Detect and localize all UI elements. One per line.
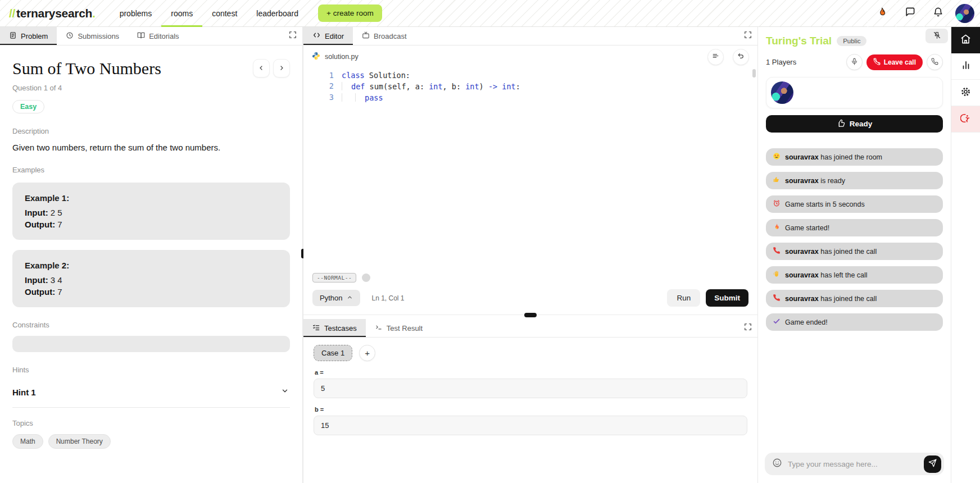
tab-editor[interactable]: Editor xyxy=(303,27,353,45)
chevron-left-icon xyxy=(258,63,265,74)
room-header: Turing's Trial Public 1 Players Leave ca… xyxy=(758,27,951,70)
leave-call-button[interactable]: Leave call xyxy=(866,54,923,70)
editor-scrollbar[interactable] xyxy=(752,69,756,78)
editor-panel-tabs: Editor Broadcast xyxy=(303,27,757,45)
vim-mode-badge: --NORMAL-- xyxy=(312,273,356,282)
leave-room-icon xyxy=(960,113,971,126)
python-icon xyxy=(312,52,320,62)
tab-submissions[interactable]: Submissions xyxy=(57,27,128,45)
hints-label: Hints xyxy=(12,366,290,374)
undo-button[interactable] xyxy=(733,49,749,65)
code-editor[interactable]: solution.py 1 class Solution: 2 def sum(… xyxy=(303,45,757,315)
tab-test-result[interactable]: Test Result xyxy=(366,319,432,337)
topic-pill-number-theory[interactable]: Number Theory xyxy=(48,434,111,449)
file-text-icon xyxy=(9,31,17,41)
room-event-log: souravrax has joined the room souravrax … xyxy=(766,148,943,331)
phone-emoji-icon xyxy=(773,247,781,256)
fullscreen-icon xyxy=(744,323,752,333)
unpin-panel-button[interactable] xyxy=(925,29,948,43)
file-name[interactable]: solution.py xyxy=(325,53,359,61)
tv-icon xyxy=(362,31,370,41)
tab-broadcast[interactable]: Broadcast xyxy=(353,27,416,45)
rail-home-button[interactable] xyxy=(951,27,980,53)
testcase-content: Case 1 + a = b = xyxy=(303,338,757,443)
description-text: Given two numbers, return the sum of the… xyxy=(12,143,290,152)
run-button[interactable]: Run xyxy=(667,289,700,307)
editor-fullscreen-button[interactable] xyxy=(738,27,757,45)
streak-flame-button[interactable] xyxy=(868,0,896,27)
language-selector[interactable]: Python xyxy=(312,290,360,306)
alarm-clock-emoji-icon xyxy=(773,199,781,209)
logo-text: ternarysearch xyxy=(16,7,92,20)
emoji-smiley-icon[interactable] xyxy=(772,458,782,470)
examples-label: Examples xyxy=(12,166,290,174)
hint-accordion[interactable]: Hint 1 xyxy=(12,384,290,408)
notifications-button[interactable] xyxy=(924,0,952,27)
field-label-a: a = xyxy=(315,369,746,376)
testcase-input-b[interactable] xyxy=(314,416,747,435)
checklist-icon xyxy=(312,323,320,333)
prev-question-button[interactable] xyxy=(253,59,270,78)
chat-message-input[interactable] xyxy=(788,460,924,468)
history-clock-icon xyxy=(66,31,74,41)
ready-button[interactable]: Ready xyxy=(766,115,943,133)
rail-stats-button[interactable] xyxy=(951,53,980,80)
right-icon-rail xyxy=(951,27,980,483)
chevron-down-icon xyxy=(281,387,289,397)
call-button[interactable] xyxy=(927,54,943,70)
waving-hand-emoji-icon xyxy=(773,270,781,280)
nav-link-contest[interactable]: contest xyxy=(202,0,247,27)
top-navbar: //ternarysearch. problems rooms contest … xyxy=(0,0,980,27)
tab-editorials[interactable]: Editorials xyxy=(128,27,188,45)
players-count: 1 Players xyxy=(766,58,796,66)
testcase-tabs: Testcases Test Result xyxy=(303,319,757,338)
chevron-up-icon xyxy=(347,294,353,302)
fullscreen-icon xyxy=(744,31,752,41)
create-room-button[interactable]: + create room xyxy=(318,4,382,22)
bell-icon xyxy=(933,7,943,20)
code-line: 3 pass xyxy=(315,92,757,103)
check-mark-emoji-icon xyxy=(773,317,781,327)
example-box-2: Example 2: Input: 3 4 Output: 7 xyxy=(12,250,290,307)
nav-link-leaderboard[interactable]: leaderboard xyxy=(247,0,308,27)
editor-panel: Editor Broadcast solution.py xyxy=(303,27,757,483)
player-avatar xyxy=(771,81,793,104)
nav-link-problems[interactable]: problems xyxy=(110,0,162,27)
rail-settings-button[interactable] xyxy=(951,80,980,106)
topic-pill-math[interactable]: Math xyxy=(12,434,43,449)
microphone-button[interactable] xyxy=(846,54,863,70)
testcase-input-a[interactable] xyxy=(314,379,747,398)
testcase-fullscreen-button[interactable] xyxy=(738,319,757,337)
player-card[interactable] xyxy=(766,77,943,108)
room-event: souravrax has left the call xyxy=(766,266,943,284)
tab-problem[interactable]: Problem xyxy=(0,27,57,45)
user-avatar[interactable] xyxy=(955,4,974,23)
problem-fullscreen-button[interactable] xyxy=(283,27,302,45)
main-area: Problem Submissions Editorials Sum of Tw… xyxy=(0,27,980,483)
star-struck-emoji-icon xyxy=(773,152,781,162)
home-icon xyxy=(960,34,971,47)
phone-emoji-icon xyxy=(773,294,781,303)
nav-link-rooms[interactable]: rooms xyxy=(161,0,202,27)
room-event: souravrax has joined the call xyxy=(766,243,943,260)
format-code-button[interactable] xyxy=(707,49,724,65)
add-case-button[interactable]: + xyxy=(359,345,375,361)
send-message-button[interactable] xyxy=(924,455,941,473)
field-label-b: b = xyxy=(315,406,746,413)
topics-label: Topics xyxy=(12,419,290,427)
code-content[interactable]: 1 class Solution: 2 def sum(self, a: int… xyxy=(303,68,757,103)
code-line: 1 class Solution: xyxy=(315,70,757,81)
status-dot xyxy=(362,274,370,282)
next-question-button[interactable] xyxy=(273,59,290,78)
chat-button[interactable] xyxy=(896,0,924,27)
app-logo[interactable]: //ternarysearch. xyxy=(9,7,96,20)
case-1-chip[interactable]: Case 1 xyxy=(314,345,352,361)
room-event: souravrax has joined the call xyxy=(766,290,943,307)
tab-testcases[interactable]: Testcases xyxy=(303,319,366,337)
rail-leave-room-button[interactable] xyxy=(951,106,980,133)
submit-button[interactable]: Submit xyxy=(706,289,748,307)
example-box-1: Example 1: Input: 2 5 Output: 7 xyxy=(12,183,290,240)
testcase-resize-handle[interactable] xyxy=(524,313,537,317)
description-label: Description xyxy=(12,127,290,135)
testcase-resize-divider xyxy=(303,315,757,319)
